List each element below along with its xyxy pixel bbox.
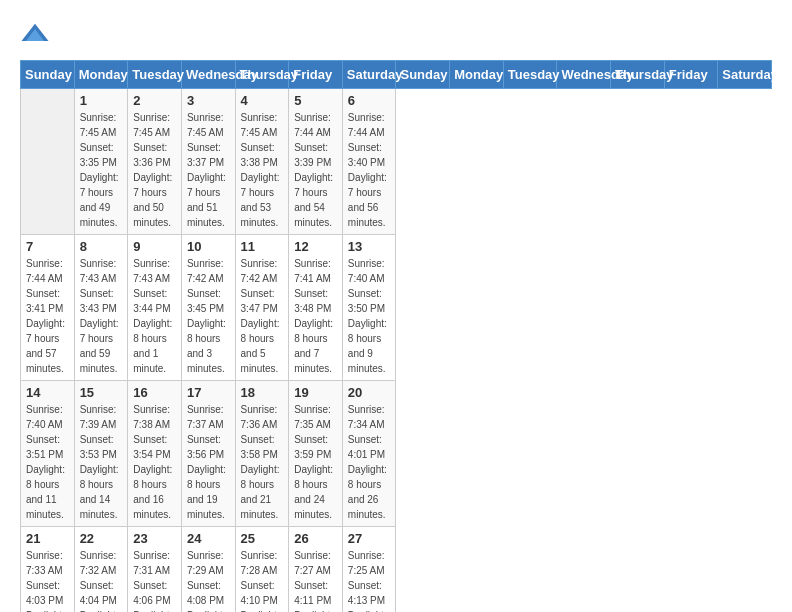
day-number: 2 — [133, 93, 176, 108]
day-info: Sunrise: 7:45 AMSunset: 3:37 PMDaylight:… — [187, 110, 230, 230]
calendar-cell: 11Sunrise: 7:42 AMSunset: 3:47 PMDayligh… — [235, 235, 289, 381]
day-number: 10 — [187, 239, 230, 254]
logo — [20, 20, 54, 50]
calendar-cell: 18Sunrise: 7:36 AMSunset: 3:58 PMDayligh… — [235, 381, 289, 527]
calendar-cell: 14Sunrise: 7:40 AMSunset: 3:51 PMDayligh… — [21, 381, 75, 527]
day-info: Sunrise: 7:39 AMSunset: 3:53 PMDaylight:… — [80, 402, 123, 522]
day-info: Sunrise: 7:44 AMSunset: 3:39 PMDaylight:… — [294, 110, 337, 230]
header-sunday: Sunday — [21, 61, 75, 89]
day-info: Sunrise: 7:25 AMSunset: 4:13 PMDaylight:… — [348, 548, 391, 612]
day-info: Sunrise: 7:43 AMSunset: 3:43 PMDaylight:… — [80, 256, 123, 376]
header-day-friday: Friday — [664, 61, 718, 89]
calendar-cell — [21, 89, 75, 235]
calendar-cell: 8Sunrise: 7:43 AMSunset: 3:43 PMDaylight… — [74, 235, 128, 381]
calendar-cell: 23Sunrise: 7:31 AMSunset: 4:06 PMDayligh… — [128, 527, 182, 613]
header-tuesday: Tuesday — [128, 61, 182, 89]
calendar-cell: 19Sunrise: 7:35 AMSunset: 3:59 PMDayligh… — [289, 381, 343, 527]
day-number: 20 — [348, 385, 391, 400]
day-info: Sunrise: 7:33 AMSunset: 4:03 PMDaylight:… — [26, 548, 69, 612]
calendar-cell: 20Sunrise: 7:34 AMSunset: 4:01 PMDayligh… — [342, 381, 396, 527]
header-day-sunday: Sunday — [396, 61, 450, 89]
calendar-cell: 10Sunrise: 7:42 AMSunset: 3:45 PMDayligh… — [181, 235, 235, 381]
day-number: 22 — [80, 531, 123, 546]
day-number: 8 — [80, 239, 123, 254]
calendar-cell: 7Sunrise: 7:44 AMSunset: 3:41 PMDaylight… — [21, 235, 75, 381]
calendar-cell: 17Sunrise: 7:37 AMSunset: 3:56 PMDayligh… — [181, 381, 235, 527]
day-info: Sunrise: 7:34 AMSunset: 4:01 PMDaylight:… — [348, 402, 391, 522]
day-number: 21 — [26, 531, 69, 546]
day-info: Sunrise: 7:41 AMSunset: 3:48 PMDaylight:… — [294, 256, 337, 376]
header-day-thursday: Thursday — [611, 61, 665, 89]
day-info: Sunrise: 7:42 AMSunset: 3:45 PMDaylight:… — [187, 256, 230, 376]
day-info: Sunrise: 7:45 AMSunset: 3:35 PMDaylight:… — [80, 110, 123, 230]
calendar-cell: 15Sunrise: 7:39 AMSunset: 3:53 PMDayligh… — [74, 381, 128, 527]
logo-icon — [20, 20, 50, 50]
header-saturday: Saturday — [342, 61, 396, 89]
day-number: 19 — [294, 385, 337, 400]
calendar-cell: 27Sunrise: 7:25 AMSunset: 4:13 PMDayligh… — [342, 527, 396, 613]
calendar-cell: 1Sunrise: 7:45 AMSunset: 3:35 PMDaylight… — [74, 89, 128, 235]
day-info: Sunrise: 7:32 AMSunset: 4:04 PMDaylight:… — [80, 548, 123, 612]
day-number: 6 — [348, 93, 391, 108]
day-info: Sunrise: 7:28 AMSunset: 4:10 PMDaylight:… — [241, 548, 284, 612]
day-info: Sunrise: 7:43 AMSunset: 3:44 PMDaylight:… — [133, 256, 176, 376]
calendar-cell: 16Sunrise: 7:38 AMSunset: 3:54 PMDayligh… — [128, 381, 182, 527]
calendar-week-3: 14Sunrise: 7:40 AMSunset: 3:51 PMDayligh… — [21, 381, 772, 527]
calendar-cell: 2Sunrise: 7:45 AMSunset: 3:36 PMDaylight… — [128, 89, 182, 235]
day-number: 9 — [133, 239, 176, 254]
header-monday: Monday — [74, 61, 128, 89]
calendar-cell: 24Sunrise: 7:29 AMSunset: 4:08 PMDayligh… — [181, 527, 235, 613]
day-number: 4 — [241, 93, 284, 108]
calendar-week-2: 7Sunrise: 7:44 AMSunset: 3:41 PMDaylight… — [21, 235, 772, 381]
day-info: Sunrise: 7:45 AMSunset: 3:38 PMDaylight:… — [241, 110, 284, 230]
calendar-cell: 25Sunrise: 7:28 AMSunset: 4:10 PMDayligh… — [235, 527, 289, 613]
calendar-week-4: 21Sunrise: 7:33 AMSunset: 4:03 PMDayligh… — [21, 527, 772, 613]
day-number: 17 — [187, 385, 230, 400]
day-number: 24 — [187, 531, 230, 546]
day-number: 26 — [294, 531, 337, 546]
calendar-cell: 13Sunrise: 7:40 AMSunset: 3:50 PMDayligh… — [342, 235, 396, 381]
day-info: Sunrise: 7:40 AMSunset: 3:50 PMDaylight:… — [348, 256, 391, 376]
day-info: Sunrise: 7:31 AMSunset: 4:06 PMDaylight:… — [133, 548, 176, 612]
header-day-wednesday: Wednesday — [557, 61, 611, 89]
day-number: 18 — [241, 385, 284, 400]
day-info: Sunrise: 7:37 AMSunset: 3:56 PMDaylight:… — [187, 402, 230, 522]
calendar-cell: 12Sunrise: 7:41 AMSunset: 3:48 PMDayligh… — [289, 235, 343, 381]
calendar-table: SundayMondayTuesdayWednesdayThursdayFrid… — [20, 60, 772, 612]
header-friday: Friday — [289, 61, 343, 89]
calendar-cell: 22Sunrise: 7:32 AMSunset: 4:04 PMDayligh… — [74, 527, 128, 613]
calendar-cell: 6Sunrise: 7:44 AMSunset: 3:40 PMDaylight… — [342, 89, 396, 235]
day-info: Sunrise: 7:29 AMSunset: 4:08 PMDaylight:… — [187, 548, 230, 612]
day-number: 16 — [133, 385, 176, 400]
day-number: 1 — [80, 93, 123, 108]
calendar-cell: 21Sunrise: 7:33 AMSunset: 4:03 PMDayligh… — [21, 527, 75, 613]
day-number: 3 — [187, 93, 230, 108]
header-day-tuesday: Tuesday — [503, 61, 557, 89]
day-number: 23 — [133, 531, 176, 546]
header-day-saturday: Saturday — [718, 61, 772, 89]
calendar-week-1: 1Sunrise: 7:45 AMSunset: 3:35 PMDaylight… — [21, 89, 772, 235]
calendar-cell: 4Sunrise: 7:45 AMSunset: 3:38 PMDaylight… — [235, 89, 289, 235]
day-number: 7 — [26, 239, 69, 254]
day-number: 14 — [26, 385, 69, 400]
day-info: Sunrise: 7:45 AMSunset: 3:36 PMDaylight:… — [133, 110, 176, 230]
day-info: Sunrise: 7:42 AMSunset: 3:47 PMDaylight:… — [241, 256, 284, 376]
header-wednesday: Wednesday — [181, 61, 235, 89]
page-header — [20, 20, 772, 50]
day-info: Sunrise: 7:44 AMSunset: 3:41 PMDaylight:… — [26, 256, 69, 376]
calendar-cell: 26Sunrise: 7:27 AMSunset: 4:11 PMDayligh… — [289, 527, 343, 613]
calendar-cell: 3Sunrise: 7:45 AMSunset: 3:37 PMDaylight… — [181, 89, 235, 235]
day-number: 11 — [241, 239, 284, 254]
calendar-header-row: SundayMondayTuesdayWednesdayThursdayFrid… — [21, 61, 772, 89]
day-info: Sunrise: 7:40 AMSunset: 3:51 PMDaylight:… — [26, 402, 69, 522]
day-info: Sunrise: 7:35 AMSunset: 3:59 PMDaylight:… — [294, 402, 337, 522]
day-number: 27 — [348, 531, 391, 546]
day-number: 13 — [348, 239, 391, 254]
day-info: Sunrise: 7:38 AMSunset: 3:54 PMDaylight:… — [133, 402, 176, 522]
day-info: Sunrise: 7:27 AMSunset: 4:11 PMDaylight:… — [294, 548, 337, 612]
day-number: 25 — [241, 531, 284, 546]
calendar-cell: 5Sunrise: 7:44 AMSunset: 3:39 PMDaylight… — [289, 89, 343, 235]
day-number: 15 — [80, 385, 123, 400]
header-day-monday: Monday — [450, 61, 504, 89]
day-number: 5 — [294, 93, 337, 108]
